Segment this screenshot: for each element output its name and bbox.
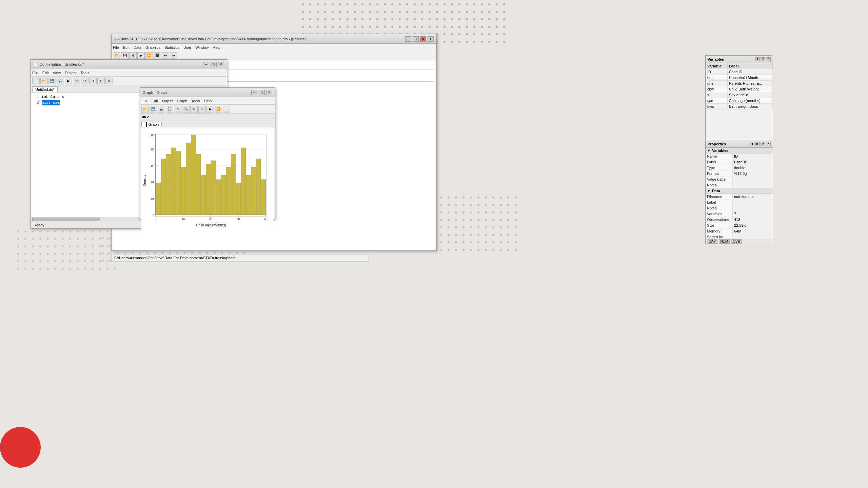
- dofile-menu-view[interactable]: View: [53, 71, 61, 75]
- variables-filter-btn[interactable]: ▼: [755, 57, 760, 61]
- variables-close-btn[interactable]: ✕: [766, 57, 771, 61]
- var-row-hmi[interactable]: hmi Household Month...: [706, 75, 773, 81]
- variables-section-header[interactable]: ▼ Variables: [706, 148, 773, 154]
- graph-copy-btn[interactable]: 📋: [166, 106, 173, 113]
- graph-menu-object[interactable]: Object: [162, 99, 173, 103]
- variables-panel-titlebar: Variables ▼ 📌 ✕: [706, 56, 773, 63]
- dofile-menu-project[interactable]: Project: [65, 71, 76, 75]
- dofile-tab-untitled[interactable]: Untitled.do*: [32, 86, 58, 93]
- var-row-bwc[interactable]: bwc Birth weight class: [706, 104, 773, 109]
- graph-maximize-btn[interactable]: □: [259, 90, 265, 95]
- toolbar-open-btn[interactable]: 📂: [113, 52, 120, 59]
- data-section-header[interactable]: ▼ Data: [706, 188, 773, 194]
- prop-datalabel-row: Label: [706, 200, 773, 205]
- graph-nav-close[interactable]: ✕: [147, 115, 150, 119]
- menu-edit[interactable]: Edit: [123, 45, 130, 49]
- properties-panel-title: Properties: [708, 142, 726, 146]
- props-nav-prev[interactable]: ◀: [750, 142, 754, 146]
- dofile-menu-file[interactable]: File: [32, 71, 38, 75]
- toolbar-btn6[interactable]: ↩: [162, 52, 169, 59]
- toolbar-save-btn[interactable]: 💾: [121, 52, 129, 59]
- graph-menu-edit[interactable]: Edit: [152, 99, 158, 103]
- graph-window: Graph - Graph ─ □ ✕ File Edit Object Gra…: [140, 87, 275, 220]
- dofile-redo-btn[interactable]: ↪: [81, 78, 88, 84]
- dofile-minimize-btn[interactable]: ─: [203, 62, 209, 67]
- prop-valuelabel-row: Value Label: [706, 177, 773, 182]
- graph-print-btn[interactable]: 🖨: [158, 106, 165, 113]
- toolbar-print-btn[interactable]: 🖨: [129, 52, 137, 59]
- props-close-btn[interactable]: ✕: [766, 142, 771, 146]
- dofile-outdent-btn[interactable]: ⇤: [97, 78, 105, 84]
- svg-rect-36: [251, 167, 256, 215]
- graph-minimize-btn[interactable]: ─: [251, 90, 257, 95]
- dofile-close-btn[interactable]: ✕: [218, 62, 224, 67]
- graph-tab-label: Graph: [149, 122, 159, 126]
- graph-close-btn[interactable]: ✕: [266, 90, 272, 95]
- graph-menu-help[interactable]: Help: [204, 99, 212, 103]
- menu-file[interactable]: File: [113, 45, 119, 49]
- prop-format-label: Format: [706, 171, 733, 176]
- svg-rect-31: [226, 167, 231, 215]
- variables-pin-btn[interactable]: 📌: [761, 57, 765, 61]
- var-row-phe[interactable]: phe Parents Highest E...: [706, 81, 773, 86]
- dofile-new-btn[interactable]: 📄: [32, 78, 40, 84]
- props-pin-btn[interactable]: 📌: [761, 142, 765, 146]
- svg-text:30: 30: [237, 217, 240, 221]
- graph-zoom-btn[interactable]: 🔍: [182, 106, 190, 113]
- graph-nav-next[interactable]: ▶: [144, 115, 147, 119]
- dofile-menu-edit[interactable]: Edit: [42, 71, 49, 75]
- dofile-open-btn[interactable]: 📂: [40, 78, 48, 84]
- menu-statistics[interactable]: Statistics: [164, 45, 179, 49]
- scrollbar-thumb[interactable]: [32, 218, 100, 221]
- dofile-run-btn[interactable]: ▶: [65, 78, 72, 84]
- graph-menu-graph[interactable]: Graph: [177, 99, 188, 103]
- graph-undo-btn[interactable]: ↩: [190, 106, 198, 113]
- graph-save-btn[interactable]: 💾: [150, 106, 157, 113]
- var-row-s[interactable]: s Sex of child: [706, 92, 773, 98]
- prop-label-row: Label Case ID: [706, 159, 773, 165]
- status-ready: Ready: [34, 223, 44, 227]
- graph-open-btn[interactable]: 📂: [141, 106, 149, 113]
- dofile-menu-tools[interactable]: Tools: [81, 71, 90, 75]
- var-row-cam[interactable]: cam Child age (months): [706, 98, 773, 104]
- prop-format-row: Format %12.0g: [706, 171, 773, 177]
- dofile-indent-btn[interactable]: ⇥: [89, 78, 97, 84]
- dofile-print-btn[interactable]: 🖨: [57, 78, 64, 84]
- graph-menu-file[interactable]: File: [141, 99, 147, 103]
- variables-table: Variable Label ID Case ID hmi Household …: [706, 63, 773, 109]
- var-row-id[interactable]: ID Case ID: [706, 69, 773, 75]
- red-circle-decoration: [0, 427, 41, 468]
- stata-minimize-btn[interactable]: ─: [405, 36, 411, 42]
- graph-play-btn[interactable]: ▶: [206, 106, 214, 113]
- menu-help[interactable]: Help: [213, 45, 220, 49]
- props-status-ovr: OVR: [731, 239, 742, 244]
- graph-redo-btn[interactable]: ↪: [198, 106, 206, 113]
- props-nav-next[interactable]: ▶: [755, 142, 760, 146]
- toolbar-btn7[interactable]: ↪: [170, 52, 177, 59]
- graph-tab-graph[interactable]: ▐ Graph: [141, 122, 162, 127]
- dofile-comment-btn[interactable]: //: [105, 78, 113, 84]
- stata-close-btn[interactable]: ✕: [420, 36, 426, 42]
- graph-select-btn[interactable]: ↖: [174, 106, 181, 113]
- dofile-maximize-btn[interactable]: □: [211, 62, 217, 67]
- svg-rect-18: [161, 159, 166, 215]
- menu-graphics[interactable]: Graphics: [145, 45, 160, 49]
- toolbar-btn5[interactable]: ⬛: [154, 52, 161, 59]
- toolbar-btn4[interactable]: ⏩: [145, 52, 153, 59]
- graph-nav-prev[interactable]: ◀: [141, 115, 144, 119]
- var-label-cbw: Child Birth Weight: [727, 86, 772, 92]
- prop-size-label: Size: [706, 223, 733, 228]
- menu-user[interactable]: User: [183, 45, 191, 49]
- menu-data[interactable]: Data: [134, 45, 141, 49]
- graph-menu-tools[interactable]: Tools: [191, 99, 200, 103]
- menu-window[interactable]: Window: [195, 45, 209, 49]
- prop-memory-row: Memory 64M: [706, 228, 773, 234]
- stata-extra-btn[interactable]: ≡: [428, 36, 434, 42]
- toolbar-btn3[interactable]: ▶: [137, 52, 145, 59]
- stata-maximize-btn[interactable]: □: [413, 36, 419, 42]
- graph-pause-btn[interactable]: ⏸: [223, 106, 230, 113]
- graph-ff-btn[interactable]: ⏩: [215, 106, 222, 113]
- var-row-cbw[interactable]: cbw Child Birth Weight: [706, 86, 773, 92]
- dofile-save-btn[interactable]: 💾: [48, 78, 56, 84]
- dofile-undo-btn[interactable]: ↩: [73, 78, 80, 84]
